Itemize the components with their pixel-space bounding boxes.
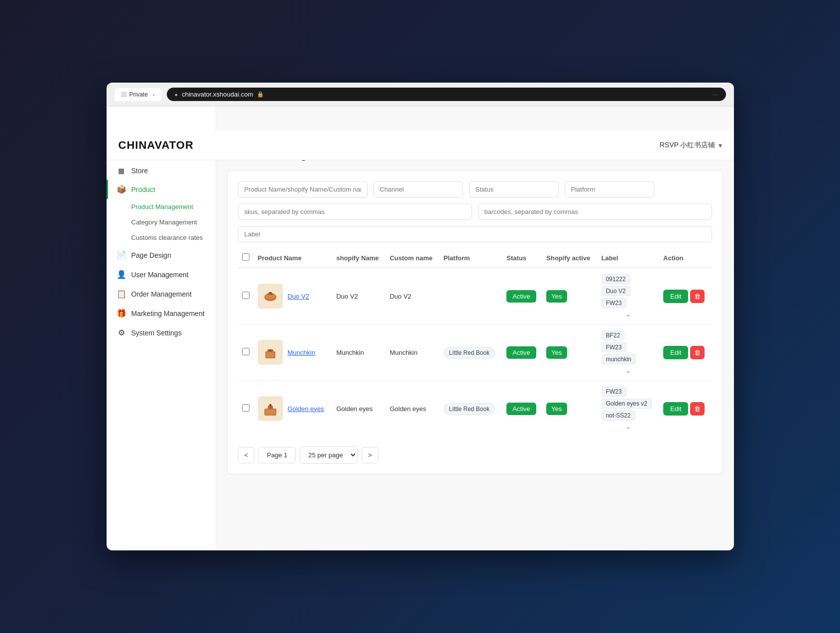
- row-3-thumb: [258, 396, 283, 421]
- row-3-labels-expand[interactable]: ⌄: [601, 422, 655, 430]
- logo: CHINAVATOR: [119, 139, 194, 152]
- product-name-filter[interactable]: [238, 181, 367, 198]
- row-3-shopify-name: Golden eyes: [332, 381, 385, 437]
- per-page-select[interactable]: 25 per page: [300, 446, 358, 464]
- sidebar-item-marketing-management[interactable]: 🎁 Marketing Management: [107, 304, 216, 323]
- row-1-labels-expand[interactable]: ⌄: [601, 310, 655, 318]
- table-row: Munchkin Munchkin Munchkin Little Red Bo…: [238, 324, 712, 381]
- chevron-down-icon: ▾: [719, 141, 722, 149]
- label-filter[interactable]: [238, 226, 712, 242]
- col-action: Action: [659, 248, 712, 268]
- sidebar-item-user-management[interactable]: 👤 User Management: [107, 265, 216, 284]
- row-1-shopify-active: Yes: [542, 268, 597, 324]
- row-1-checkbox[interactable]: [242, 292, 249, 299]
- svg-rect-14: [269, 404, 271, 406]
- sidebar-label-page-design: Page Design: [131, 251, 171, 259]
- sidebar-sub-item-product-management[interactable]: Product Management: [131, 199, 216, 214]
- row-1-product-link[interactable]: Duo V2: [288, 293, 309, 300]
- sidebar-item-system-settings[interactable]: ⚙ System Settings: [107, 323, 216, 342]
- url-bar[interactable]: ● chinavator.xshoudai.com 🔒 ···: [167, 88, 726, 101]
- user-menu[interactable]: RSVP 小红书店铺 ▾: [660, 141, 722, 150]
- browser-logo-icon: ●: [175, 92, 178, 98]
- row-2-product-name: Munchkin: [254, 324, 333, 381]
- row-2-label-3: munchkin: [601, 354, 636, 364]
- content-card: Product Name shopify Name Custom name Pl…: [228, 171, 722, 474]
- barcodes-filter[interactable]: [478, 204, 712, 220]
- row-2-label-2: FW23: [601, 342, 626, 352]
- browser-options[interactable]: ···: [713, 91, 718, 98]
- row-2-status: Active: [502, 324, 542, 381]
- lock-icon: 🔒: [257, 91, 264, 98]
- platform-filter[interactable]: [565, 181, 654, 198]
- table-row: Duo V2 Duo V2 Duo V2 Active Yes: [238, 268, 712, 324]
- row-2-yes-badge: Yes: [546, 346, 567, 359]
- skus-filter[interactable]: [238, 204, 472, 220]
- sidebar-sub-item-category-management[interactable]: Category Management: [131, 214, 216, 230]
- sidebar-item-product[interactable]: 📦 Product: [107, 180, 216, 199]
- col-platform: Platform: [440, 248, 503, 268]
- row-2-label-1: BF22: [601, 330, 625, 340]
- row-1-checkbox-cell: [238, 268, 254, 324]
- svg-rect-13: [268, 406, 273, 409]
- row-2-platform: Little Red Book: [440, 324, 503, 381]
- product-table: Product Name shopify Name Custom name Pl…: [238, 248, 712, 436]
- row-2-checkbox[interactable]: [242, 348, 249, 355]
- browser-tab[interactable]: ⬜ Private ‹: [115, 88, 161, 101]
- row-2-labels-expand[interactable]: ⌄: [601, 366, 655, 374]
- row-1-yes-badge: Yes: [546, 290, 567, 303]
- sub-label-category-management: Category Management: [131, 218, 197, 226]
- row-3-edit-button[interactable]: Edit: [663, 402, 688, 416]
- row-3-product-link[interactable]: Golden eyes: [288, 405, 324, 413]
- row-2-status-badge: Active: [506, 346, 536, 359]
- row-3-checkbox[interactable]: [242, 404, 249, 412]
- col-status: Status: [502, 248, 542, 268]
- col-label: Label: [598, 248, 659, 268]
- row-1-delete-button[interactable]: 🗑: [690, 290, 705, 303]
- row-1-label-3: FW23: [601, 298, 626, 308]
- page-info: Page 1: [258, 447, 296, 463]
- status-filter[interactable]: [469, 181, 559, 198]
- row-3-delete-button[interactable]: 🗑: [690, 402, 705, 416]
- active-indicator: [107, 180, 108, 199]
- row-3-label-1: FW23: [601, 387, 626, 397]
- row-1-action: Edit 🗑: [659, 268, 712, 324]
- settings-icon: ⚙: [117, 328, 126, 337]
- pagination: < Page 1 25 per page >: [238, 446, 712, 464]
- row-1-custom-name: Duo V2: [386, 268, 440, 324]
- sidebar-label-marketing-management: Marketing Management: [131, 310, 205, 317]
- row-1-status-badge: Active: [506, 290, 536, 303]
- row-2-action: Edit 🗑: [659, 324, 712, 381]
- row-1-edit-button[interactable]: Edit: [663, 290, 688, 303]
- main-content: Product Management: [216, 106, 734, 550]
- tab-icon: ⬜: [120, 92, 126, 97]
- store-icon: ▦: [117, 167, 126, 175]
- prev-page-button[interactable]: <: [238, 447, 255, 463]
- filter-row-2: [238, 204, 712, 220]
- row-3-platform: Little Red Book: [440, 381, 503, 437]
- row-3-status-badge: Active: [506, 403, 536, 415]
- row-1-label-1: 091222: [601, 274, 630, 284]
- sidebar-item-store[interactable]: ▦ Store: [107, 162, 216, 180]
- sidebar-item-order-management[interactable]: 📋 Order Management: [107, 284, 216, 304]
- row-2-product-link[interactable]: Munchkin: [288, 349, 316, 356]
- row-1-status: Active: [502, 268, 542, 324]
- row-1-product-name: Duo V2: [254, 268, 333, 324]
- app-header: CHINAVATOR RSVP 小红书店铺 ▾: [107, 130, 734, 160]
- col-shopify-active: Shopify active: [542, 248, 597, 268]
- row-1-thumb: [258, 284, 283, 309]
- select-all-checkbox[interactable]: [242, 253, 249, 261]
- sidebar-sub-item-customs-clearance[interactable]: Customs clearance rates: [131, 230, 216, 245]
- row-2-delete-button[interactable]: 🗑: [690, 346, 705, 359]
- page-design-icon: 📄: [117, 250, 126, 260]
- user-icon: 👤: [117, 270, 126, 279]
- row-2-custom-name: Munchkin: [386, 324, 440, 381]
- next-page-button[interactable]: >: [361, 447, 378, 463]
- svg-rect-7: [266, 352, 274, 357]
- row-3-shopify-active: Yes: [542, 381, 597, 437]
- row-3-label-2: Golden eyes v2: [601, 399, 652, 409]
- channel-filter[interactable]: [373, 181, 463, 198]
- sidebar-label-product: Product: [131, 186, 155, 194]
- sidebar-item-page-design[interactable]: 📄 Page Design: [107, 245, 216, 265]
- row-2-edit-button[interactable]: Edit: [663, 346, 688, 359]
- url-text: chinavator.xshoudai.com: [182, 91, 253, 98]
